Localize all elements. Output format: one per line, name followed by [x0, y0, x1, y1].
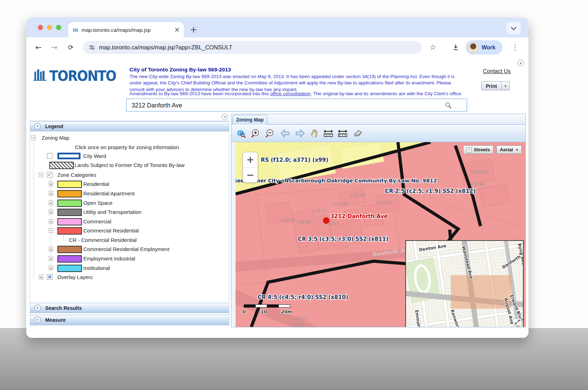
office-consolidation-link[interactable]: office consolidation	[270, 91, 310, 96]
legend-row-utility[interactable]: Utility and Transportation	[30, 208, 229, 216]
zone-categories-checkbox[interactable]	[47, 172, 52, 177]
back-button[interactable]: ←	[33, 41, 44, 53]
minimize-window-button[interactable]	[47, 25, 52, 30]
commercial-swatch	[57, 218, 82, 225]
zoom-out-tool-icon[interactable]	[265, 128, 276, 139]
collapse-left-panel-button[interactable]: ◂	[222, 113, 228, 120]
collapse-node-icon[interactable]	[39, 173, 43, 177]
address-bar[interactable]: map.toronto.ca/maps/map.jsp?app=ZBL_CONS…	[83, 41, 422, 54]
measure-header[interactable]: Measure	[30, 315, 229, 325]
map-panel: Zoning Map	[231, 114, 526, 327]
svg-text:•3205: •3205	[290, 322, 304, 327]
legend-label: Employment Industrial	[83, 256, 135, 262]
contact-us-link[interactable]: Contact Us	[483, 68, 511, 75]
collapse-header-button[interactable]: ▴	[517, 60, 524, 66]
svg-text:•3207: •3207	[293, 316, 307, 322]
measure-distance-icon[interactable]	[323, 128, 334, 139]
map-zoom-in-button[interactable]: +	[243, 152, 258, 168]
legend-label: CR - Commercial Residential	[69, 237, 136, 243]
legend-row-residential-apartment[interactable]: Residential Apartment	[30, 189, 229, 198]
legend-row-institutional[interactable]: Institutional	[30, 264, 229, 272]
map-zoom-control: + −	[243, 152, 258, 183]
expand-node-icon[interactable]	[49, 266, 53, 270]
close-tab-icon[interactable]	[175, 27, 180, 32]
legend-row-cre[interactable]: Commercial Residential Employment	[30, 245, 229, 253]
toronto-logo-icon	[33, 67, 47, 83]
legend-header[interactable]: Legend	[30, 121, 229, 131]
tree-root-row[interactable]: Zoning Map	[30, 134, 229, 142]
expand-node-icon[interactable]	[49, 191, 53, 196]
search-icon[interactable]	[444, 102, 452, 109]
map-tab-row: Zoning Map	[231, 114, 525, 125]
legend-row-former-city[interactable]: Lands Subject to Former City of Toronto …	[30, 161, 229, 169]
map-toolbar	[231, 125, 525, 142]
clear-graphics-eraser-icon[interactable]	[351, 128, 363, 139]
legend-row-residential[interactable]: Residential	[30, 180, 229, 188]
employment-industrial-swatch	[57, 255, 82, 263]
expand-node-icon[interactable]	[49, 210, 53, 214]
legend-row-commercial-residential[interactable]: Commercial Residential	[30, 227, 229, 235]
print-button[interactable]: Print ▾	[481, 81, 510, 90]
streets-checkbox[interactable]	[467, 147, 471, 152]
collapse-node-icon[interactable]	[31, 135, 36, 140]
bookmark-star-icon[interactable]: ☆	[427, 41, 439, 53]
reload-button[interactable]: ⟳	[65, 41, 77, 53]
legend-label: Commercial	[83, 218, 111, 224]
measure-area-icon[interactable]	[337, 128, 348, 139]
zoom-window-button[interactable]	[56, 25, 61, 30]
avatar	[468, 42, 479, 53]
expand-node-icon[interactable]	[49, 247, 53, 251]
inset-resize-handle-icon[interactable]	[513, 319, 522, 326]
legend-collapse-icon[interactable]	[34, 123, 41, 130]
measure-expand-icon[interactable]	[34, 316, 41, 323]
city-ward-checkbox[interactable]	[47, 153, 52, 159]
zoom-in-tool-icon[interactable]	[250, 128, 261, 139]
expand-node-icon[interactable]	[39, 275, 43, 279]
overview-inset-map[interactable]: Denton Ave Wanstead Ave Elward Blvd Kenw…	[405, 240, 524, 327]
tab-search-button[interactable]	[506, 22, 521, 34]
page-title: City of Toronto Zoning By-law 569-2013	[130, 67, 231, 73]
address-search-input[interactable]	[131, 99, 440, 112]
downloads-icon[interactable]	[450, 41, 462, 53]
browser-menu-icon[interactable]: ⋮	[509, 41, 521, 53]
previous-extent-icon[interactable]	[280, 128, 291, 139]
legend-row-employment-industrial[interactable]: Employment Industrial	[30, 255, 229, 263]
legend-row-zone-categories[interactable]: Zone Categories	[30, 171, 229, 179]
legend-row-city-ward[interactable]: City Ward	[30, 152, 229, 160]
legend-label: Overlay Layers	[57, 274, 93, 280]
legend-row-commercial[interactable]: Commercial	[30, 217, 229, 226]
svg-text:0: 0	[243, 309, 246, 314]
legend-row-open-space[interactable]: Open Space	[30, 199, 229, 207]
legend-row-overlay-layers[interactable]: Overlay Layers	[30, 273, 229, 281]
pan-hand-icon[interactable]	[309, 128, 320, 139]
institutional-swatch	[57, 265, 82, 272]
browser-tab[interactable]: map.toronto.ca/maps/map.jsp	[68, 22, 184, 37]
search-results-header[interactable]: Search Results	[30, 303, 229, 313]
expand-node-icon[interactable]	[49, 219, 53, 224]
expand-node-icon[interactable]	[49, 256, 53, 261]
search-results-expand-icon[interactable]	[34, 305, 41, 311]
zoning-map-tab[interactable]: Zoning Map	[232, 115, 267, 125]
collapse-node-icon[interactable]	[49, 228, 53, 233]
profile-chip[interactable]: Work	[465, 40, 503, 55]
initial-extent-icon[interactable]	[236, 128, 247, 139]
expand-node-icon[interactable]	[49, 201, 53, 205]
svg-text:•3244A: •3244A	[471, 169, 489, 175]
forward-button[interactable]: →	[48, 41, 60, 53]
expand-node-icon[interactable]	[49, 182, 53, 186]
legend-row-cr-subitem[interactable]: CR - Commercial Residential	[30, 236, 229, 244]
streets-toggle-button[interactable]: Streets	[463, 145, 493, 154]
next-extent-icon[interactable]	[294, 128, 306, 139]
cr45-zone-label: CR 4.5 (c4.5; r4.0) SS2 (x810)	[258, 294, 348, 300]
map-zoom-out-button[interactable]: −	[243, 168, 258, 183]
address-marker[interactable]	[323, 218, 329, 224]
scarborough-bylaw-label: See Former City of Scarborough Oakridge …	[236, 178, 437, 183]
overlay-layers-checkbox[interactable]	[47, 274, 52, 280]
print-dropdown-arrow-icon[interactable]: ▾	[502, 81, 510, 90]
site-settings-icon[interactable]	[89, 44, 95, 50]
close-window-button[interactable]	[38, 25, 43, 30]
zoning-map-canvas[interactable]: Danforth Av •3218 •3214A •3220 •3210 •32…	[236, 142, 525, 327]
aerial-dropdown-button[interactable]: Aerial ▼	[496, 145, 522, 154]
legend-label: Lands Subject to Former City of Toronto …	[75, 162, 184, 168]
print-button-label[interactable]: Print	[481, 81, 502, 90]
